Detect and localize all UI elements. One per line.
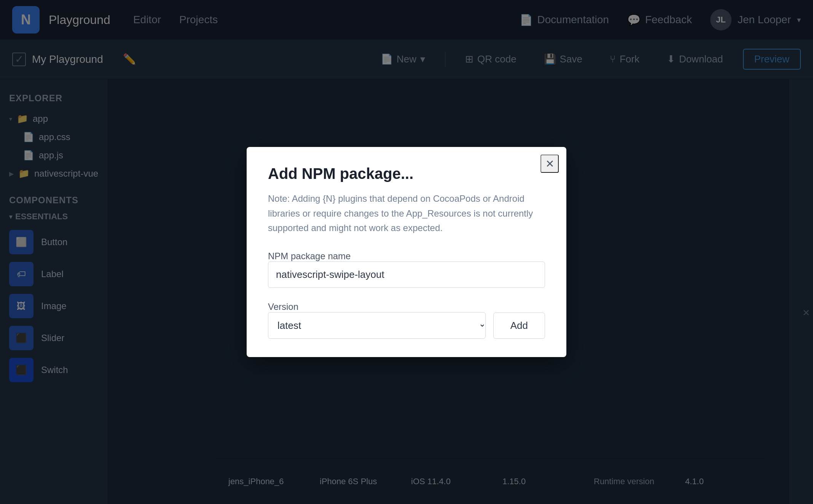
package-name-input[interactable] (268, 262, 545, 288)
add-package-button[interactable]: Add (493, 313, 545, 339)
version-label: Version (268, 301, 298, 312)
modal-overlay[interactable]: ✕ Add NPM package... Note: Adding {N} pl… (0, 0, 813, 504)
version-select[interactable]: latest 1.0.0 0.9.0 (268, 312, 486, 339)
close-icon: ✕ (545, 158, 554, 170)
version-row: Version latest 1.0.0 0.9.0 Add (268, 301, 545, 339)
add-npm-modal: ✕ Add NPM package... Note: Adding {N} pl… (247, 147, 566, 357)
modal-close-button[interactable]: ✕ (540, 155, 559, 173)
version-group: Version latest 1.0.0 0.9.0 (268, 301, 486, 339)
package-name-label: NPM package name (268, 251, 351, 261)
modal-note: Note: Adding {N} plugins that depend on … (268, 191, 545, 235)
modal-title: Add NPM package... (268, 165, 545, 182)
